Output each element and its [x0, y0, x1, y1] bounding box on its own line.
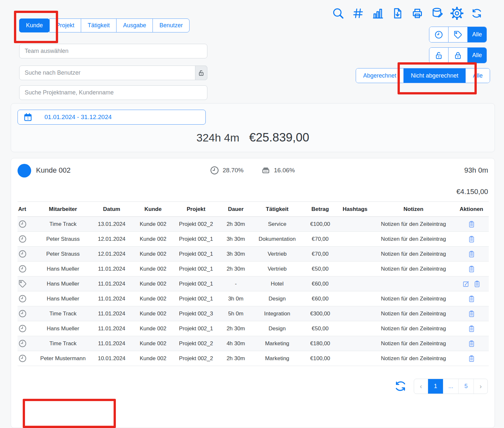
- cell-art: [18, 294, 37, 303]
- project-search-input[interactable]: [19, 85, 207, 100]
- cell-notizen: Notizen für den Zeiteintrag: [373, 355, 454, 362]
- money-share-value: 16.06%: [274, 167, 295, 174]
- cell-aktionen: [454, 235, 489, 243]
- timesheet-clock-icon: [18, 220, 27, 228]
- cell-kunde: Kunde 002: [134, 266, 172, 272]
- filter-locked-button[interactable]: [448, 48, 467, 63]
- billing-state-toggle: Abgerechnet Nicht abgerechnet Alle: [356, 68, 490, 83]
- cell-projekt: Projekt 002_1: [172, 236, 220, 242]
- timesheet-clock-icon: [18, 264, 27, 273]
- reload-list-icon[interactable]: [393, 379, 408, 393]
- clipboard-notes-icon[interactable]: [468, 295, 475, 303]
- cell-dauer: -: [220, 281, 251, 287]
- cell-taetigkeit: Integration: [251, 311, 303, 317]
- clipboard-notes-icon[interactable]: [468, 355, 475, 362]
- user-lock-addon-button[interactable]: [195, 66, 207, 80]
- cell-dauer: 5h 0m: [220, 311, 251, 317]
- cell-dauer: 2h 30m: [220, 266, 251, 272]
- tab-kunde[interactable]: Kunde: [19, 18, 50, 32]
- timesheet-clock-icon: [18, 309, 27, 318]
- cell-notizen: Notizen für den Zeiteintrag: [373, 221, 454, 227]
- cell-art: [18, 264, 37, 273]
- user-search-input[interactable]: [19, 66, 207, 80]
- search-icon[interactable]: [332, 7, 345, 20]
- filter-unlocked-button[interactable]: [429, 48, 448, 63]
- filter-timesheet-button[interactable]: [429, 27, 448, 42]
- page-next-button[interactable]: ›: [473, 379, 487, 394]
- billing-alle-button[interactable]: Alle: [465, 68, 490, 83]
- cell-mitarbeiter: Hans Mueller: [37, 296, 89, 302]
- refresh-icon[interactable]: [470, 7, 483, 20]
- cell-aktionen: [454, 295, 489, 303]
- table-row: Peter Mustermann 10.01.2024 Kunde 002 Pr…: [18, 351, 489, 366]
- cell-notizen: Notizen für den Zeiteintrag: [373, 236, 454, 242]
- cell-projekt: Projekt 002_2: [172, 221, 220, 227]
- cell-kunde: Kunde 002: [134, 281, 172, 287]
- cell-aktionen: [454, 265, 489, 273]
- clipboard-notes-icon[interactable]: [468, 250, 475, 258]
- cell-art: [18, 235, 37, 243]
- page-5-button[interactable]: 5: [458, 379, 473, 394]
- hashtag-icon[interactable]: [351, 7, 364, 20]
- col-projekt: Projekt: [172, 206, 220, 213]
- cell-betrag: €60,00: [303, 281, 337, 287]
- clipboard-notes-icon[interactable]: [468, 340, 475, 348]
- clipboard-notes-icon[interactable]: [468, 325, 475, 333]
- billing-nicht-abgerechnet-button[interactable]: Nicht abgerechnet: [403, 68, 465, 83]
- totals: 324h 4m €25.839,00: [11, 131, 495, 144]
- cell-mitarbeiter: Time Track: [37, 340, 89, 347]
- col-datum: Datum: [89, 206, 134, 213]
- clipboard-notes-icon[interactable]: [473, 280, 481, 288]
- cell-projekt: Projekt 002_1: [172, 251, 220, 257]
- table-row: Time Track 11.01.2024 Kunde 002 Projekt …: [18, 306, 489, 321]
- tab-projekt[interactable]: Projekt: [49, 18, 81, 32]
- cell-aktionen: [454, 355, 489, 362]
- cell-mitarbeiter: Hans Mueller: [37, 266, 89, 272]
- clipboard-notes-icon[interactable]: [468, 265, 475, 273]
- cell-datum: 10.01.2024: [89, 355, 134, 362]
- page-prev-button[interactable]: ‹: [414, 379, 428, 394]
- print-icon[interactable]: [411, 7, 424, 20]
- database-edit-icon[interactable]: [431, 7, 444, 20]
- cell-projekt: Projekt 002_1: [172, 296, 220, 302]
- cell-dauer: 3h 30m: [220, 236, 251, 242]
- filter-type-all-button[interactable]: Alle: [467, 27, 486, 42]
- settings-gear-icon[interactable]: [450, 7, 463, 20]
- date-range-picker[interactable]: 01.01.2024 - 31.12.2024: [18, 110, 206, 125]
- cell-mitarbeiter: Peter Strauss: [37, 236, 89, 242]
- tab-benutzer[interactable]: Benutzer: [153, 18, 190, 32]
- pagination: ‹ 1 ... 5 ›: [414, 379, 488, 394]
- customer-amount: €4.150,00: [456, 188, 488, 196]
- cell-datum: 12.01.2024: [89, 251, 134, 257]
- cell-taetigkeit: Vertrieb: [251, 266, 303, 272]
- cell-betrag: €70,00: [303, 236, 337, 242]
- cell-kunde: Kunde 002: [134, 251, 172, 257]
- table-row: Time Track 11.01.2024 Kunde 002 Projekt …: [18, 336, 489, 351]
- export-icon[interactable]: [391, 7, 404, 20]
- page-1-button[interactable]: 1: [428, 379, 443, 394]
- clipboard-notes-icon[interactable]: [468, 235, 475, 243]
- filter-lock-all-button[interactable]: Alle: [467, 48, 486, 63]
- cell-mitarbeiter: Time Track: [37, 311, 89, 317]
- tab-ausgabe[interactable]: Ausgabe: [116, 18, 153, 32]
- cell-projekt: Projekt 002_1: [172, 281, 220, 287]
- cell-mitarbeiter: Peter Mustermann: [37, 355, 89, 362]
- cell-datum: 13.01.2024: [89, 221, 134, 227]
- cell-mitarbeiter: Hans Mueller: [37, 325, 89, 332]
- bar-chart-icon[interactable]: [371, 7, 384, 20]
- team-select-input[interactable]: [19, 44, 207, 58]
- cell-dauer: 3h 30m: [220, 251, 251, 257]
- cell-taetigkeit: Marketing: [251, 355, 303, 362]
- clipboard-notes-icon[interactable]: [468, 220, 475, 228]
- edit-icon[interactable]: [462, 280, 470, 288]
- timesheet-clock-icon: [18, 235, 27, 243]
- clipboard-notes-icon[interactable]: [468, 310, 475, 318]
- cell-art: [18, 324, 37, 333]
- summary-panel: 01.01.2024 - 31.12.2024 324h 4m €25.839,…: [11, 103, 495, 152]
- tab-taetigkeit[interactable]: Tätigkeit: [81, 18, 117, 32]
- cell-kunde: Kunde 002: [134, 355, 172, 362]
- billing-abgerechnet-button[interactable]: Abgerechnet: [356, 68, 403, 83]
- page-ellipsis[interactable]: ...: [443, 379, 458, 394]
- cell-projekt: Projekt 002_3: [172, 311, 220, 317]
- filter-expense-button[interactable]: [448, 27, 467, 42]
